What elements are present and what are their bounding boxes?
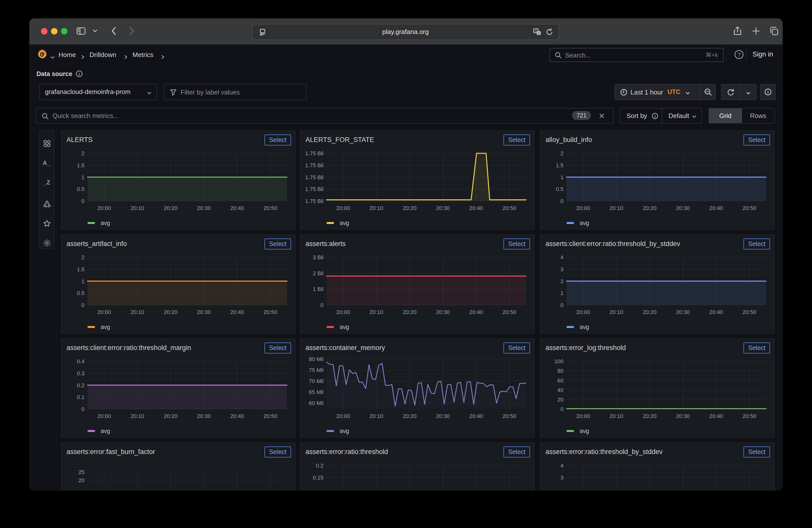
metric-chart: 20:0020:1020:2020:3020:4020:5021.510.50	[63, 249, 291, 319]
legend-item[interactable]: avg	[327, 322, 349, 329]
panel-title: asserts:error:ratio:threshold	[305, 448, 388, 455]
select-button[interactable]: Select	[265, 342, 291, 353]
view-toggle-grid[interactable]: Grid	[709, 108, 742, 123]
search-placeholder: Search...	[565, 52, 591, 59]
breadcrumb-home[interactable]: Home	[58, 51, 76, 59]
svg-text:20:50: 20:50	[503, 205, 516, 211]
new-tab-icon[interactable]	[751, 26, 762, 36]
select-button[interactable]: Select	[744, 134, 770, 146]
tab-overview-icon[interactable]	[768, 26, 780, 36]
label-filter-field[interactable]	[180, 85, 301, 100]
metric-panel: asserts:error:ratio:threshold Select 0.2…	[300, 442, 535, 490]
svg-text:0.15: 0.15	[313, 474, 323, 481]
sort-value: Default	[668, 112, 689, 119]
grafana-logo[interactable]	[36, 48, 48, 62]
global-search-input[interactable]: Search... ⌘+k	[550, 48, 724, 62]
view-toggle-rows[interactable]: Rows	[742, 108, 774, 123]
select-button[interactable]: Select	[744, 238, 770, 249]
legend-item[interactable]: avg	[87, 218, 110, 225]
select-button[interactable]: Select	[265, 134, 291, 146]
metric-panel: asserts:client:error:ratio:threshold_mar…	[61, 338, 295, 438]
time-range-picker[interactable]: Last 1 hour UTC	[614, 84, 716, 100]
datasource-select[interactable]: grafanacloud-demoinfra-prom	[39, 84, 157, 100]
svg-text:0.5: 0.5	[77, 186, 85, 192]
info-icon[interactable]	[75, 70, 83, 79]
metric-panel: asserts_artifact_info Select 20:0020:102…	[61, 235, 295, 334]
metric-chart: 43	[542, 457, 770, 490]
svg-text:1.75 Bil: 1.75 Bil	[305, 162, 323, 168]
legend-swatch	[87, 326, 95, 328]
info-icon[interactable]	[652, 113, 658, 121]
select-button[interactable]: Select	[265, 446, 291, 457]
legend-item[interactable]: avg	[566, 426, 589, 433]
breadcrumb-drilldown[interactable]: Drilldown	[89, 51, 116, 59]
refresh-button-group[interactable]	[721, 84, 756, 100]
org-chevron-down-icon[interactable]	[50, 53, 55, 62]
svg-text:1: 1	[561, 290, 564, 296]
panel-title: alloy_build_info	[546, 136, 592, 144]
svg-text:2: 2	[561, 150, 564, 157]
svg-text:文: 文	[537, 31, 540, 35]
breadcrumb-metrics[interactable]: Metrics	[132, 51, 154, 59]
legend-label: avg	[580, 428, 589, 434]
quick-search-input[interactable]: 721	[36, 108, 613, 123]
chevron-right-icon	[124, 53, 128, 61]
select-button[interactable]: Select	[265, 238, 291, 249]
legend-label: avg	[101, 324, 110, 330]
select-button[interactable]: Select	[504, 446, 530, 457]
svg-text:3 Bil: 3 Bil	[313, 254, 323, 261]
svg-text:70 Mil: 70 Mil	[309, 378, 323, 384]
quick-search-field[interactable]	[53, 108, 563, 123]
sidebar-chevron-down-icon[interactable]	[92, 28, 98, 34]
settings-gear-icon[interactable]	[40, 238, 54, 247]
legend-label: avg	[340, 220, 349, 226]
close-window-button[interactable]	[41, 28, 47, 34]
sign-in-button[interactable]: Sign in	[753, 50, 773, 58]
svg-text:20:30: 20:30	[676, 309, 690, 315]
minimize-window-button[interactable]	[51, 28, 58, 34]
metric-chart: 20:0020:1020:2020:3020:4020:5080 Mil75 M…	[303, 353, 530, 423]
translate-icon[interactable]: A文	[533, 28, 541, 38]
label-filter-input[interactable]	[164, 84, 306, 100]
sort-by-control[interactable]: Sort by Default	[620, 108, 702, 123]
view-toggle: Grid Rows	[709, 108, 775, 123]
svg-text:0.2: 0.2	[77, 382, 85, 388]
panel-title: ALERTS	[67, 136, 93, 144]
star-icon[interactable]	[40, 219, 54, 228]
svg-text:20:20: 20:20	[643, 205, 656, 211]
chevron-right-icon	[160, 53, 165, 61]
select-button[interactable]: Select	[504, 238, 530, 249]
legend-item[interactable]: avg	[566, 322, 589, 329]
zoom-out-icon[interactable]	[704, 88, 712, 98]
legend-item[interactable]: avg	[327, 218, 349, 225]
select-button[interactable]: Select	[504, 134, 530, 146]
legend-label: avg	[101, 220, 110, 226]
svg-text:20:40: 20:40	[709, 309, 723, 315]
legend-swatch	[327, 430, 334, 432]
address-bar[interactable]: play.grafana.org A文	[252, 24, 559, 40]
reload-icon[interactable]	[546, 28, 553, 38]
select-button[interactable]: Select	[504, 342, 530, 353]
zoom-window-button[interactable]	[61, 28, 68, 34]
suffix-filter-icon[interactable]: _Z	[40, 179, 54, 186]
group-icon[interactable]	[40, 199, 54, 208]
all-metrics-icon[interactable]	[40, 138, 54, 147]
refresh-interval-chevron-icon[interactable]	[745, 90, 751, 98]
info-button[interactable]	[760, 84, 775, 100]
legend-item[interactable]: avg	[87, 322, 110, 329]
help-icon[interactable]: ?	[734, 49, 744, 62]
select-button[interactable]: Select	[744, 446, 770, 457]
refresh-icon[interactable]	[726, 88, 735, 98]
metric-panel: asserts:error_log:threshold Select 20:00…	[540, 338, 774, 438]
share-icon[interactable]	[732, 26, 743, 36]
back-button[interactable]	[108, 26, 119, 36]
select-button[interactable]: Select	[744, 342, 770, 353]
clear-icon[interactable]	[598, 113, 605, 120]
legend-item[interactable]: avg	[87, 426, 110, 433]
sidebar-toggle-icon[interactable]	[75, 26, 87, 36]
screen: play.grafana.org A文	[0, 0, 812, 528]
forward-button[interactable]	[126, 26, 137, 36]
legend-item[interactable]: avg	[566, 218, 589, 225]
legend-item[interactable]: avg	[327, 426, 349, 433]
prefix-filter-icon[interactable]: A_	[40, 160, 54, 166]
